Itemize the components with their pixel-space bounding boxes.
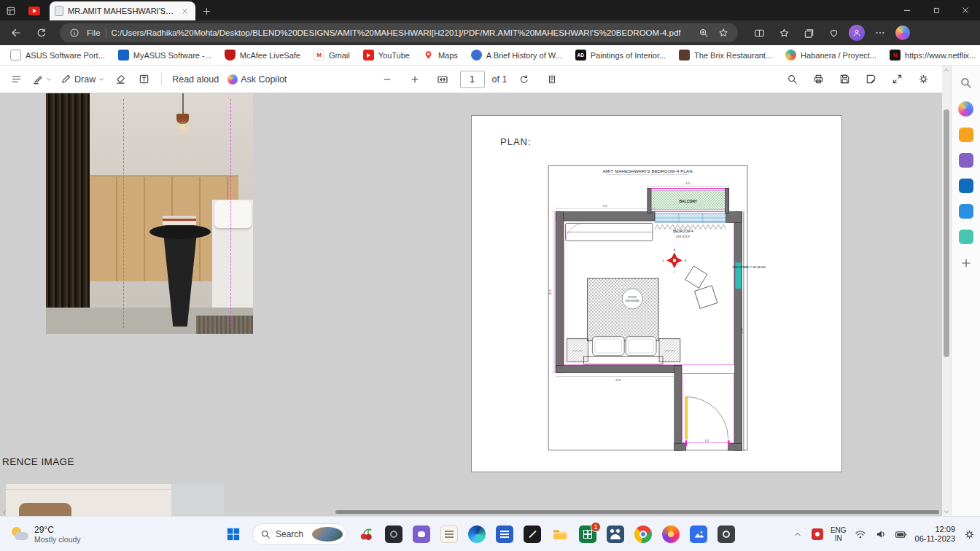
taskbar-icon-drawing-app[interactable] <box>524 525 541 543</box>
profile-avatar[interactable] <box>849 25 865 41</box>
rotate-icon[interactable] <box>514 69 534 90</box>
start-button[interactable] <box>225 525 242 543</box>
taskbar-icon-notes-app[interactable] <box>440 525 458 543</box>
favorite-star-icon[interactable] <box>716 26 731 40</box>
bookmark-brix[interactable]: The Brix Restaurant... <box>673 47 778 63</box>
page-number-input[interactable] <box>460 71 485 88</box>
collections-icon[interactable] <box>799 23 818 42</box>
taskbar-icon-camera-app[interactable] <box>385 525 402 543</box>
sidebar-microsoft365-icon[interactable] <box>959 204 973 219</box>
sidebar-search-icon[interactable] <box>958 74 974 90</box>
taskbar-icon-teams[interactable] <box>607 525 624 543</box>
weather-widget[interactable]: 29°C Mostly cloudy <box>6 517 85 551</box>
bookmark-mcafee[interactable]: McAfee LiveSafe <box>219 47 306 63</box>
battery-icon[interactable] <box>895 528 908 541</box>
taskbar-icon-chat-app[interactable] <box>413 525 430 543</box>
split-screen-icon[interactable] <box>750 23 769 42</box>
sidebar-copilot-icon[interactable] <box>958 101 973 117</box>
bookmark-maps[interactable]: Maps <box>417 47 464 63</box>
bookmark-netflix[interactable]: Nhttps://www.netflix... <box>884 47 980 63</box>
minimize-button[interactable] <box>892 0 922 20</box>
taskbar-icon-edge[interactable] <box>468 525 486 543</box>
taskbar-icon-firefox[interactable] <box>662 525 680 543</box>
vertical-scroll-thumb[interactable] <box>944 109 949 357</box>
window-note: WINDOW NEED TO BE PACKED <box>732 266 766 269</box>
draw-tool-button[interactable]: Draw <box>58 69 107 90</box>
scroll-up-icon[interactable] <box>942 66 951 74</box>
fullscreen-icon[interactable] <box>887 69 907 90</box>
tab-active[interactable]: MR.AMIT MAHESHWARI'S BEDR... <box>50 1 195 20</box>
language-indicator[interactable]: ENG IN <box>831 526 847 542</box>
settings-menu-icon[interactable] <box>871 23 890 42</box>
tray-chevron-up-icon[interactable] <box>791 528 804 541</box>
search-highlight-image <box>312 527 343 542</box>
zoom-in-icon[interactable] <box>405 69 425 90</box>
add-text-icon[interactable] <box>133 69 154 90</box>
bookmark-myasus[interactable]: MyASUS Software -... <box>112 47 217 63</box>
bookmark-habanera[interactable]: Habanera / Proyect... <box>779 47 882 63</box>
new-tab-icon[interactable] <box>195 1 217 20</box>
save-icon[interactable] <box>834 69 855 90</box>
favorites-icon[interactable] <box>774 23 793 42</box>
copilot-icon[interactable] <box>895 26 910 40</box>
sidebar-games-icon[interactable] <box>959 153 973 168</box>
read-aloud-button[interactable]: Read aloud <box>169 69 222 90</box>
tab-actions-icon[interactable] <box>0 1 22 20</box>
browser-essentials-icon[interactable] <box>824 23 843 42</box>
tray-antivirus-icon[interactable] <box>812 528 823 540</box>
taskbar-clock[interactable]: 12:09 06-11-2023 <box>915 525 955 544</box>
bookmark-label: https://www.netflix... <box>905 51 976 60</box>
horizontal-scroll-thumb[interactable] <box>335 510 939 514</box>
pdf-page: PLAN: AMIT MAHESHWARI'S BEDROOM-4 PLAN B… <box>471 115 842 472</box>
pdf-menu-icon[interactable] <box>6 69 26 90</box>
taskbar-search[interactable]: Search <box>252 523 347 545</box>
taskbar-icon-file-explorer[interactable] <box>551 525 569 543</box>
refresh-icon[interactable] <box>31 23 51 43</box>
search-document-icon[interactable] <box>782 69 802 90</box>
bookmark-history[interactable]: A Brief History of W... <box>465 47 568 63</box>
sidebar-shopping-icon[interactable] <box>959 128 973 142</box>
bookmark-paintings[interactable]: ADPaintings of Interior... <box>569 47 672 63</box>
volume-icon[interactable] <box>874 528 887 541</box>
bookmark-label: A Brief History of W... <box>486 51 562 60</box>
back-icon[interactable] <box>6 23 26 43</box>
zoom-out-icon[interactable] <box>377 69 397 90</box>
taskbar-icon-photos[interactable] <box>690 525 707 543</box>
scroll-left-icon[interactable] <box>0 508 9 516</box>
zoom-indicator-icon[interactable] <box>696 26 711 40</box>
page-view-icon[interactable] <box>542 69 562 90</box>
taskbar-icon-utility-app[interactable] <box>718 525 735 543</box>
svg-text:B: B <box>685 259 686 262</box>
print-icon[interactable] <box>808 69 828 90</box>
horizontal-scrollbar[interactable] <box>0 508 942 516</box>
erase-tool-icon[interactable] <box>110 69 131 90</box>
taskbar-icon-word[interactable] <box>496 525 513 543</box>
draw-label: Draw <box>74 74 96 85</box>
highlighter-tool-button[interactable] <box>29 69 55 90</box>
taskbar-icon-chrome[interactable] <box>634 525 652 543</box>
sidebar-add-icon[interactable] <box>958 255 974 271</box>
file-info-icon[interactable] <box>67 26 82 40</box>
fit-to-width-icon[interactable] <box>432 69 453 90</box>
url-text[interactable]: C:/Users/Radhika%20Mohta/Desktop/BLEND%2… <box>112 28 691 37</box>
taskbar-icon-cherry-app[interactable] <box>357 525 375 543</box>
bookmark-youtube[interactable]: YouTube <box>357 47 416 63</box>
sidebar-designer-icon[interactable] <box>959 230 973 244</box>
url-bar[interactable]: File C:/Users/Radhika%20Mohta/Desktop/BL… <box>60 23 738 42</box>
vertical-scrollbar[interactable] <box>942 66 951 516</box>
tab-youtube-pinned[interactable] <box>22 1 47 20</box>
save-as-icon[interactable] <box>860 69 881 90</box>
pdf-settings-icon[interactable] <box>913 69 933 90</box>
myasus-icon <box>118 50 129 60</box>
wifi-icon[interactable] <box>854 528 867 541</box>
sidebar-outlook-icon[interactable] <box>959 179 973 193</box>
bookmark-gmail[interactable]: MGmail <box>308 47 356 63</box>
maximize-button[interactable] <box>922 0 951 20</box>
settings-gear-icon[interactable] <box>962 528 976 541</box>
close-button[interactable] <box>951 0 980 20</box>
bookmark-asus[interactable]: ASUS Software Port... <box>4 47 111 63</box>
ask-copilot-button[interactable]: Ask Copilot <box>225 69 289 90</box>
taskbar-icon-excel[interactable]: 1 <box>579 525 596 543</box>
tab-close-icon[interactable] <box>179 5 190 17</box>
scroll-down-icon[interactable] <box>942 507 951 516</box>
